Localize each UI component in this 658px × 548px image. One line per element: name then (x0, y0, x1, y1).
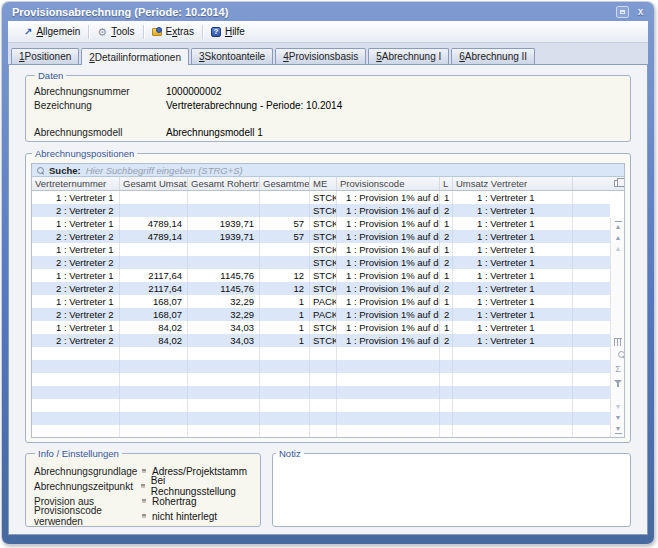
grid-cell[interactable]: 1 : Provision 1% auf den ve (337, 191, 440, 204)
grid-cell[interactable]: STCK (310, 191, 337, 204)
grid-cell[interactable] (188, 243, 260, 256)
grid-cell[interactable]: 2 (440, 256, 453, 269)
grid-cell[interactable]: 1 : Vertreter 1 (453, 217, 573, 230)
grid-cell[interactable]: STCK (310, 256, 337, 269)
tab-skontoanteile[interactable]: 3 Skontoanteile (191, 48, 273, 64)
grid-cell[interactable]: 1 : Provision 1% auf den ve (337, 308, 440, 321)
grid-cell[interactable]: 1 : Vertreter 1 (453, 269, 573, 282)
grid-cell[interactable] (120, 204, 188, 217)
close-button[interactable]: x (634, 6, 647, 18)
grid-cell[interactable]: 1 : Provision 1% auf den ve (337, 334, 440, 347)
grid-row[interactable]: 1 : Vertreter 1STCK1 : Provision 1% auf … (32, 243, 610, 256)
grid-cell[interactable] (188, 191, 260, 204)
grid-header-cell[interactable]: L (440, 177, 453, 190)
grid-cell[interactable]: 1 : Provision 1% auf den ve (337, 230, 440, 243)
grid-row[interactable]: 1 : Vertreter 12117,641145,7612STCK1 : P… (32, 269, 610, 282)
grid-row[interactable]: 2 : Vertreter 22117,641145,7612STCK1 : P… (32, 282, 610, 295)
grid-cell[interactable]: STCK (310, 321, 337, 334)
grid-cell[interactable]: 12 (260, 269, 310, 282)
grid-row[interactable]: 1 : Vertreter 1STCK1 : Provision 1% auf … (32, 191, 610, 204)
filter-icon[interactable] (611, 379, 624, 384)
grid-cell[interactable] (120, 191, 188, 204)
grid-cell[interactable]: 1 (260, 308, 310, 321)
grid-row[interactable]: 2 : Vertreter 284,0234,031STCK1 : Provis… (32, 334, 610, 347)
grid-cell[interactable]: 2 : Vertreter 2 (32, 256, 120, 269)
grid-header-cell[interactable]: Gesamt Rohertrag EUR (188, 177, 260, 190)
grid-cell[interactable]: 2117,64 (120, 269, 188, 282)
tab-positionen[interactable]: 1 Positionen (11, 48, 79, 64)
grid-cell[interactable]: STCK (310, 243, 337, 256)
grid-cell[interactable]: 1145,76 (188, 269, 260, 282)
tab-detailinformationen[interactable]: 2 Detailinformationen (81, 48, 189, 65)
columns-icon[interactable] (611, 338, 624, 346)
grid-cell[interactable]: 1 (260, 321, 310, 334)
menu-item-allgemein[interactable]: ↗Allgemein (16, 21, 88, 42)
grid-cell[interactable]: 1 (440, 243, 453, 256)
grid-cell[interactable]: STCK (310, 217, 337, 230)
grid-cell[interactable] (260, 191, 310, 204)
grid-cell[interactable]: 84,02 (120, 334, 188, 347)
grid-cell[interactable]: 57 (260, 230, 310, 243)
grid-cell[interactable]: STCK (310, 282, 337, 295)
grid-row[interactable]: 2 : Vertreter 2STCK1 : Provision 1% auf … (32, 256, 610, 269)
grid-cell[interactable]: 1 : Vertreter 1 (453, 321, 573, 334)
grid-cell[interactable]: 4789,14 (120, 217, 188, 230)
grid-cell[interactable]: 1 : Provision 1% auf den ve (337, 217, 440, 230)
scroll-up-page-icon[interactable]: ▲ (611, 244, 624, 253)
grid-row[interactable]: 1 : Vertreter 14789,141939,7157STCK1 : P… (32, 217, 610, 230)
grid-search-bar[interactable]: Suche: Hier Suchbegriff eingeben (STRG+S… (32, 164, 624, 177)
scroll-down-icon[interactable]: ▼ (611, 413, 624, 422)
grid-cell[interactable]: 1 : Provision 1% auf den ve (337, 256, 440, 269)
grid-cell[interactable]: 1 : Vertreter 1 (453, 282, 573, 295)
grid-row[interactable]: 2 : Vertreter 2STCK1 : Provision 1% auf … (32, 204, 610, 217)
grid-cell[interactable]: 1 : Vertreter 1 (32, 269, 120, 282)
grid-cell[interactable]: 34,03 (188, 321, 260, 334)
grid-cell[interactable]: 1 : Vertreter 1 (453, 308, 573, 321)
grid-cell[interactable]: 1 : Vertreter 1 (453, 334, 573, 347)
grid-cell[interactable] (120, 256, 188, 269)
grid-cell[interactable]: 1 (440, 269, 453, 282)
menu-item-extras[interactable]: Extras (144, 21, 202, 42)
menu-item-tools[interactable]: ⚙Tools (89, 21, 142, 42)
grid-cell[interactable]: 1 : Provision 1% auf den ve (337, 204, 440, 217)
grid-cell[interactable]: 1939,71 (188, 230, 260, 243)
grid-cell[interactable] (120, 243, 188, 256)
grid-cell[interactable]: 1145,76 (188, 282, 260, 295)
grid-header-cell[interactable]: Provisionscode (337, 177, 440, 190)
grid-cell[interactable]: 4789,14 (120, 230, 188, 243)
grid-cell[interactable]: 57 (260, 217, 310, 230)
grid-cell[interactable]: 168,07 (120, 295, 188, 308)
menu-item-hilfe[interactable]: ?Hilfe (203, 21, 253, 42)
grid-cell[interactable]: 1 : Vertreter 1 (453, 243, 573, 256)
grid-cell[interactable] (260, 256, 310, 269)
grid-cell[interactable]: 1 : Vertreter 1 (453, 256, 573, 269)
grid-cell[interactable]: 1 : Vertreter 1 (453, 191, 573, 204)
tab-provisionsbasis[interactable]: 4 Provisionsbasis (275, 48, 366, 64)
grid-cell[interactable]: STCK (310, 269, 337, 282)
grid-header-cell[interactable]: Umsatz Vertreter (453, 177, 573, 190)
grid-cell[interactable]: 2 : Vertreter 2 (32, 334, 120, 347)
grid-cell[interactable]: 34,03 (188, 334, 260, 347)
grid-cell[interactable]: 2 : Vertreter 2 (32, 282, 120, 295)
scroll-down-page-icon[interactable]: ▼ (611, 402, 624, 411)
grid-cell[interactable]: 2 : Vertreter 2 (32, 230, 120, 243)
column-chooser-icon[interactable] (614, 180, 622, 187)
grid-row[interactable]: 1 : Vertreter 184,0234,031STCK1 : Provis… (32, 321, 610, 334)
grid-cell[interactable]: 1 (440, 217, 453, 230)
grid-row[interactable]: 1 : Vertreter 1168,0732,291PACK1 : Provi… (32, 295, 610, 308)
grid-header-cell[interactable]: ME (310, 177, 337, 190)
grid-cell[interactable]: 1 : Vertreter 1 (32, 243, 120, 256)
grid-cell[interactable]: STCK (310, 334, 337, 347)
restore-button[interactable] (616, 6, 629, 18)
grid-row[interactable]: 2 : Vertreter 24789,141939,7157STCK1 : P… (32, 230, 610, 243)
grid-cell[interactable]: STCK (310, 204, 337, 217)
grid-cell[interactable]: 2 : Vertreter 2 (32, 308, 120, 321)
search-input[interactable]: Hier Suchbegriff eingeben (STRG+S) (86, 165, 243, 176)
grid-cell[interactable]: 168,07 (120, 308, 188, 321)
grid-cell[interactable]: 32,29 (188, 295, 260, 308)
grid-cell[interactable]: 1 : Provision 1% auf den ve (337, 269, 440, 282)
grid-cell[interactable]: STCK (310, 230, 337, 243)
scroll-to-top-icon[interactable]: ▲ (611, 221, 624, 231)
grid-cell[interactable]: 1 : Vertreter 1 (32, 217, 120, 230)
grid-cell[interactable]: 1 : Provision 1% auf den ve (337, 282, 440, 295)
